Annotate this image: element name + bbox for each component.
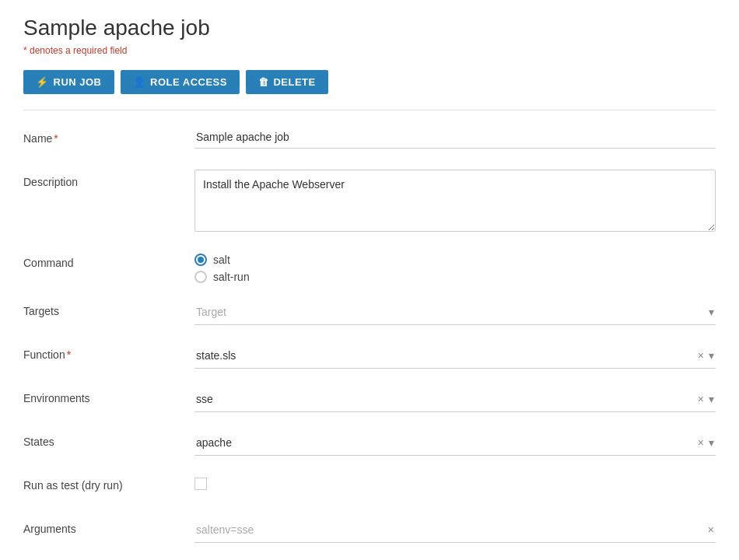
targets-icons: ▾ [709,306,714,318]
states-clear-icon[interactable]: × [698,436,704,449]
environments-row: Environments sse × ▾ [23,386,716,414]
role-access-button[interactable]: 👤 ROLE ACCESS [121,70,240,94]
dry-run-field-wrap [194,473,716,490]
radio-salt-label: salt [213,254,230,266]
function-label: Function* [23,342,194,361]
command-options-wrap: salt salt-run [194,250,716,283]
required-note: * denotes a required field [23,45,716,56]
arguments-placeholder: saltenv=sse [196,523,708,536]
environments-clear-icon[interactable]: × [698,393,704,405]
arguments-row: Arguments saltenv=sse × [23,516,716,544]
states-icons: × ▾ [698,436,714,449]
arguments-clear-icon[interactable]: × [708,523,714,536]
description-textarea[interactable]: Install the Apache Webserver [194,170,716,232]
states-field-wrap: apache × ▾ [194,429,716,456]
states-label: States [23,429,194,448]
arguments-icons: × [708,523,714,536]
arguments-input-wrap: saltenv=sse × [194,516,716,543]
delete-button[interactable]: 🗑 DELETE [246,70,328,94]
role-access-icon: 👤 [133,76,146,88]
targets-placeholder: Target [196,306,709,318]
command-salt-run-option[interactable]: salt-run [194,271,716,283]
arguments-field-wrap: saltenv=sse × [194,516,716,543]
environments-select[interactable]: sse × ▾ [194,386,716,412]
dry-run-checkbox[interactable] [194,478,207,490]
arguments-label: Arguments [23,516,194,535]
description-field-wrap: Install the Apache Webserver [194,170,716,235]
name-field-wrap [194,126,716,149]
radio-salt-run-circle [194,271,207,283]
function-field-wrap: state.sls × ▾ [194,342,716,369]
dry-run-checkbox-item [194,478,716,490]
function-icons: × ▾ [698,349,714,362]
targets-select[interactable]: Target ▾ [194,299,716,325]
environments-field-wrap: sse × ▾ [194,386,716,412]
radio-salt-circle [194,254,207,266]
run-job-label: RUN JOB [54,76,102,88]
states-row: States apache × ▾ [23,429,716,457]
name-label: Name* [23,126,194,145]
page-title: Sample apache job [23,16,716,40]
targets-label: Targets [23,299,194,317]
dry-run-row: Run as test (dry run) [23,473,716,501]
environments-value: sse [196,393,698,405]
command-label: Command [23,250,194,269]
targets-row: Targets Target ▾ [23,299,716,327]
role-access-label: ROLE ACCESS [150,76,227,88]
dry-run-label: Run as test (dry run) [23,473,194,492]
divider [23,110,716,110]
environments-label: Environments [23,386,194,404]
toolbar: ⚡ RUN JOB 👤 ROLE ACCESS 🗑 DELETE [23,70,716,94]
function-select[interactable]: state.sls × ▾ [194,342,716,369]
description-row: Description Install the Apache Webserver [23,170,716,235]
name-row: Name* [23,126,716,154]
command-row: Command salt salt-run [23,250,716,283]
function-clear-icon[interactable]: × [698,349,704,362]
targets-field-wrap: Target ▾ [194,299,716,325]
states-value: apache [196,436,698,449]
delete-icon: 🗑 [258,76,269,88]
function-value: state.sls [196,349,698,362]
delete-label: DELETE [273,76,315,88]
states-select[interactable]: apache × ▾ [194,429,716,456]
radio-salt-run-label: salt-run [213,271,250,283]
environments-chevron-icon: ▾ [709,393,714,405]
command-radio-group: salt salt-run [194,250,716,283]
command-salt-option[interactable]: salt [194,254,716,266]
states-chevron-icon: ▾ [709,436,714,449]
name-input[interactable] [194,126,716,149]
function-chevron-icon: ▾ [709,349,714,362]
targets-chevron-icon: ▾ [709,306,714,318]
function-row: Function* state.sls × ▾ [23,342,716,370]
run-job-button[interactable]: ⚡ RUN JOB [23,70,114,94]
run-job-icon: ⚡ [36,76,49,88]
environments-icons: × ▾ [698,393,714,405]
description-label: Description [23,170,194,188]
